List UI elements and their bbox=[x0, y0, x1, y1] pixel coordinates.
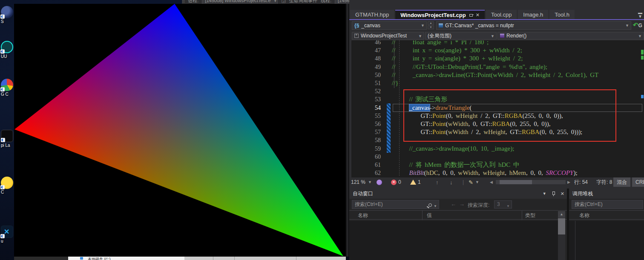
autos-search-input[interactable]: 搜索(Ctrl+E) ▼ bbox=[352, 200, 439, 209]
scrollmap-mark-green bbox=[641, 56, 644, 60]
error-count[interactable]: ✕ 0 bbox=[391, 177, 401, 187]
status-line-ending-mode[interactable]: 混合 bbox=[613, 177, 630, 187]
taskbar-sliver bbox=[14, 257, 68, 260]
explorer-toolbar-sliver bbox=[184, 257, 346, 260]
icon-label: pi La bbox=[1, 143, 14, 148]
code-line-62[interactable]: BitBlt(hDC, 0, 0, wWidth, wHeight, hMem,… bbox=[392, 169, 578, 177]
code-line-51[interactable]: //} bbox=[392, 79, 399, 87]
scrollmap-mark-green bbox=[641, 50, 644, 54]
line-number: 60 bbox=[349, 153, 381, 161]
screen: { "render_window": { "background": "#000… bbox=[0, 0, 644, 260]
navigation-bar-2: WindowsProjectTest ▼ (全局范围) ▼ Render() ▼ bbox=[349, 31, 644, 40]
chevron-down-icon: ▼ bbox=[418, 34, 422, 38]
member-dropdown[interactable]: Render() ▼ bbox=[497, 32, 644, 40]
chevron-down-icon: ▼ bbox=[625, 23, 629, 28]
tab-overflow-icon[interactable]: ▬▼ bbox=[638, 11, 642, 18]
hscroll-right-icon[interactable]: ▶ bbox=[567, 177, 570, 187]
column-name[interactable]: 名称 bbox=[358, 212, 368, 219]
autos-scrollbar[interactable]: ▲ bbox=[558, 211, 565, 260]
line-number: 49 bbox=[349, 63, 381, 71]
column-value[interactable]: 值 bbox=[427, 212, 432, 219]
tab-image-h[interactable]: Image.h bbox=[518, 10, 548, 19]
shortcut-arrow-badge bbox=[0, 14, 5, 19]
close-icon[interactable]: ✕ bbox=[476, 12, 480, 18]
icon-label: S bbox=[1, 19, 14, 24]
toolbar-grip[interactable]: ⣿ bbox=[182, 0, 184, 3]
dark-app-icon[interactable]: pi La bbox=[1, 130, 14, 148]
explorer-titlebar-sliver[interactable]: 本地磁盘 (C:) bbox=[68, 257, 184, 260]
next-issue-icon[interactable]: ↓ bbox=[450, 177, 453, 187]
process-dropdown[interactable]: [145008] WindowsProjectTest.e bbox=[202, 0, 278, 4]
project-dropdown[interactable]: WindowsProjectTest ▼ bbox=[352, 32, 424, 40]
symbol-stepper[interactable]: ▲▼ bbox=[428, 21, 434, 30]
signature-dropdown[interactable]: GT::Canvas* _canvas = nullptr ▼ bbox=[436, 21, 631, 30]
pin-icon[interactable] bbox=[552, 191, 555, 196]
tab-tool-cpp[interactable]: Tool.cpp bbox=[486, 10, 517, 19]
zoom-dropdown[interactable]: 121 %▼ bbox=[351, 177, 372, 187]
lifecycle-icon[interactable]: ◲ bbox=[281, 0, 285, 3]
scroll-thumb[interactable] bbox=[558, 218, 565, 234]
navigate-back-icon[interactable]: ↶G bbox=[633, 21, 644, 30]
callstack-search-input[interactable]: 搜索(Ctrl+E) bbox=[572, 200, 643, 209]
window-edge bbox=[346, 4, 349, 257]
process-label: 进程: bbox=[188, 0, 198, 4]
autos-search-row: 搜索(Ctrl+E) ▼ ← → 搜索深度: 3 ▼ bbox=[349, 199, 567, 210]
tab-gtmath-hpp[interactable]: GTMATH.hpp bbox=[350, 10, 394, 19]
tab-windowsprojecttest-cpp[interactable]: WindowsProjectTest.cpp✕ bbox=[395, 10, 485, 19]
tab-tool-h[interactable]: Tool.h bbox=[549, 10, 575, 19]
callstack-body[interactable] bbox=[569, 221, 644, 260]
code-line-61[interactable]: // 将 hMem 的数据一次写入到 hDC 中 bbox=[392, 161, 520, 169]
planet-app-icon[interactable]: S bbox=[1, 6, 14, 24]
hscroll-thumb[interactable] bbox=[500, 180, 532, 184]
code-line-46[interactable]: // float angle = i * PI / 180 ; bbox=[392, 40, 489, 46]
code-line-59[interactable]: //_canvas->drawImage(10, 10, _image); bbox=[392, 145, 514, 153]
lifecycle-label[interactable]: 生命周期事件 bbox=[289, 0, 317, 4]
autos-panel: 自动窗口 ▼ ✕ 搜索(Ctrl+E) ▼ ← → 搜索深度: bbox=[349, 189, 567, 260]
autos-title[interactable]: 自动窗口 ▼ ✕ bbox=[349, 189, 567, 199]
warning-count[interactable]: 1 bbox=[410, 177, 421, 187]
prev-issue-icon[interactable]: ↑ bbox=[436, 177, 439, 187]
horizontal-scrollbar[interactable] bbox=[496, 177, 566, 187]
visual-studio-window: GTMATH.hppWindowsProjectTest.cpp✕Tool.cp… bbox=[349, 0, 644, 260]
callstack-title[interactable]: 调用堆栈 bbox=[569, 189, 644, 199]
bluex-app-icon[interactable]: u bbox=[1, 226, 14, 243]
bottom-panels: 自动窗口 ▼ ✕ 搜索(Ctrl+E) ▼ ← → 搜索深度: bbox=[349, 189, 644, 260]
symbol-dropdown[interactable]: {§ _canvas ▼ bbox=[352, 21, 427, 30]
desktop-icons: SUUG Cpi LaCu bbox=[0, 0, 14, 260]
chevron-down-icon: ▼ bbox=[434, 204, 437, 208]
intellisense-icon[interactable] bbox=[377, 177, 382, 187]
scroll-up-icon[interactable]: ▲ bbox=[558, 211, 565, 218]
chevron-down-icon: ▼ bbox=[491, 34, 494, 38]
uu-app-icon[interactable]: UU bbox=[1, 41, 14, 59]
autos-body[interactable] bbox=[349, 221, 558, 260]
yellow-app-icon[interactable]: C bbox=[1, 177, 14, 194]
code-line-49[interactable]: // //GT::UTool::DebugPrint(L"angle = %d\… bbox=[392, 63, 547, 71]
status-eol[interactable]: CRL bbox=[632, 177, 644, 187]
code-line-50[interactable]: // _canvas->drawLine(GT::Point(wWidth / … bbox=[392, 71, 598, 79]
callstack-column-headers: 名称 bbox=[569, 210, 644, 220]
pin-icon[interactable] bbox=[469, 13, 473, 17]
search-depth-dropdown[interactable]: 3 ▼ bbox=[494, 200, 512, 209]
code-line-48[interactable]: // int y = sin(angle) * 300 + wHeight / … bbox=[392, 54, 523, 63]
column-type[interactable]: 类型 bbox=[525, 212, 535, 219]
changed-lines-bar bbox=[387, 103, 391, 153]
search-forward-icon[interactable]: → bbox=[459, 201, 465, 207]
line-number: 51 bbox=[349, 79, 381, 87]
pie-app-icon[interactable]: G C bbox=[1, 79, 14, 97]
scope-dropdown[interactable]: (全局范围) ▼ bbox=[425, 32, 497, 40]
close-icon[interactable]: ✕ bbox=[561, 191, 564, 197]
hscroll-left-icon[interactable]: ◀ bbox=[490, 177, 493, 187]
search-depth-label: 搜索深度: bbox=[468, 202, 489, 209]
chevron-down-icon: ▼ bbox=[421, 23, 425, 28]
column-name[interactable]: 名称 bbox=[579, 212, 589, 219]
search-back-icon[interactable]: ← bbox=[451, 201, 456, 207]
line-number: 58 bbox=[349, 136, 381, 144]
code-editor[interactable]: 46// float angle = i * PI / 180 ;47// in… bbox=[349, 40, 644, 177]
code-line-47[interactable]: // int x = cos(angle) * 300 + wWidth / 2… bbox=[392, 46, 522, 54]
chevron-down-icon: ▼ bbox=[638, 34, 642, 38]
panel-menu-icon[interactable]: ▼ bbox=[543, 191, 546, 196]
icon-label: G C bbox=[1, 92, 14, 97]
shortcut-arrow-badge bbox=[0, 234, 5, 238]
line-number: 59 bbox=[349, 145, 381, 153]
format-document-icon[interactable]: ✎▼ bbox=[469, 177, 479, 187]
